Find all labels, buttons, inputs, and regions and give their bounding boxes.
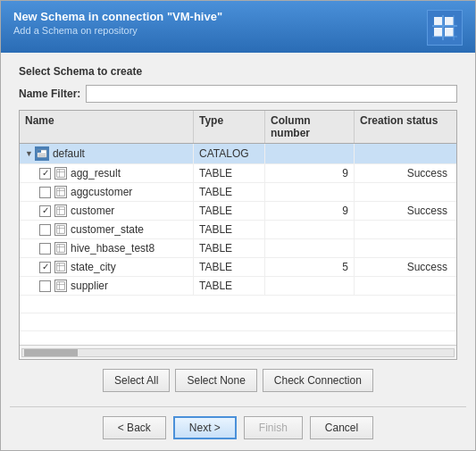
cancel-button[interactable]: Cancel <box>310 416 373 439</box>
name-filter-row: Name Filter: <box>19 85 457 103</box>
check-connection-button[interactable]: Check Connection <box>263 369 373 392</box>
table-row[interactable]: state_city TABLE 5 Success <box>20 258 456 277</box>
svg-rect-18 <box>57 207 65 215</box>
dialog-subtitle: Add a Schema on repository <box>13 25 222 36</box>
svg-rect-10 <box>38 154 46 155</box>
row-status-cell <box>355 183 453 201</box>
action-buttons: Select All Select None Check Connection <box>19 360 457 397</box>
table-icon <box>54 261 67 273</box>
row-name-cell: aggcustomer <box>20 183 194 201</box>
name-filter-input[interactable] <box>86 85 457 103</box>
catalog-icon <box>35 146 49 161</box>
header-text: New Schema in connection "VM-hive" Add a… <box>13 10 222 36</box>
row-checkbox[interactable] <box>39 243 51 255</box>
row-status-cell <box>355 144 453 163</box>
table-row[interactable]: customer_state TABLE <box>20 221 456 239</box>
row-name-cell: state_city <box>20 258 194 276</box>
col-type: Type <box>194 111 265 143</box>
table-row[interactable]: ▼ default CATALOG <box>20 144 456 164</box>
row-status-cell <box>355 239 453 257</box>
row-type-cell: TABLE <box>194 258 265 276</box>
row-checkbox[interactable] <box>39 187 51 198</box>
svg-rect-0 <box>434 17 443 26</box>
svg-rect-11 <box>38 155 46 156</box>
col-creation-status: Creation status <box>355 111 453 143</box>
row-name: agg_result <box>71 167 121 180</box>
row-name: state_city <box>71 261 116 273</box>
table-icon <box>54 167 67 180</box>
row-type-cell: TABLE <box>194 221 265 238</box>
table-header: Name Type Column number Creation status <box>20 111 456 144</box>
row-name: customer <box>71 205 114 217</box>
svg-rect-15 <box>57 188 65 196</box>
select-all-button[interactable]: Select All <box>103 369 170 392</box>
row-type-cell: TABLE <box>194 164 265 182</box>
svg-rect-3 <box>445 28 454 37</box>
dialog-content: Select Schema to create Name Filter: Nam… <box>1 53 475 406</box>
row-type-cell: TABLE <box>194 277 265 295</box>
col-name: Name <box>20 111 194 143</box>
schema-table: Name Type Column number Creation status … <box>19 110 457 360</box>
row-col-num-cell <box>265 239 355 257</box>
row-name: default <box>53 147 85 160</box>
table-icon <box>54 242 67 255</box>
table-icon <box>54 280 67 292</box>
row-col-num-cell <box>265 183 355 201</box>
row-name: hive_hbase_test8 <box>71 242 154 255</box>
svg-rect-21 <box>57 226 65 234</box>
scrollbar-thumb[interactable] <box>24 349 78 356</box>
table-row[interactable]: supplier TABLE <box>20 277 456 296</box>
back-button[interactable]: < Back <box>103 416 166 439</box>
dialog-title: New Schema in connection "VM-hive" <box>13 10 222 23</box>
row-checkbox[interactable] <box>39 262 51 273</box>
row-name-cell: supplier <box>20 277 194 295</box>
table-row[interactable]: hive_hbase_test8 TABLE <box>20 239 456 258</box>
row-checkbox[interactable] <box>39 280 51 292</box>
new-schema-dialog: New Schema in connection "VM-hive" Add a… <box>0 0 476 451</box>
svg-rect-30 <box>57 282 65 290</box>
table-row[interactable]: aggcustomer TABLE <box>20 183 456 202</box>
row-name-cell: customer_state <box>20 221 194 238</box>
name-filter-label: Name Filter: <box>19 88 80 100</box>
finish-button[interactable]: Finish <box>244 416 303 439</box>
row-col-num-cell <box>265 221 355 238</box>
row-col-num-cell: 9 <box>265 164 355 182</box>
table-icon <box>54 186 67 198</box>
row-col-num-cell <box>265 277 355 295</box>
row-col-num-cell: 5 <box>265 258 355 276</box>
horizontal-scrollbar[interactable] <box>20 345 456 359</box>
row-name-cell: agg_result <box>20 164 194 182</box>
row-name-cell: customer <box>20 202 194 220</box>
row-status-cell <box>355 277 453 295</box>
svg-rect-12 <box>57 170 65 178</box>
row-type-cell: CATALOG <box>194 144 265 163</box>
database-grid-icon <box>432 15 457 40</box>
scrollbar-track[interactable] <box>21 348 455 357</box>
next-button[interactable]: Next > <box>173 416 237 439</box>
row-type-cell: TABLE <box>194 202 265 220</box>
svg-rect-27 <box>57 263 65 271</box>
row-type-cell: TABLE <box>194 183 265 201</box>
row-name: aggcustomer <box>71 186 132 198</box>
row-status-cell: Success <box>355 258 453 276</box>
dialog-footer: < Back Next > Finish Cancel <box>1 407 475 450</box>
table-icon <box>54 205 67 217</box>
row-checkbox[interactable] <box>39 205 51 217</box>
row-col-num-cell <box>265 144 355 163</box>
svg-rect-24 <box>57 245 65 253</box>
svg-rect-2 <box>434 28 443 37</box>
table-row[interactable]: agg_result TABLE 9 Success <box>20 164 456 183</box>
select-none-button[interactable]: Select None <box>175 369 256 392</box>
table-row[interactable]: customer TABLE 9 Success <box>20 202 456 221</box>
row-name: supplier <box>71 280 108 292</box>
expand-arrow: ▼ <box>25 149 33 158</box>
table-body: ▼ default CATALOG <box>20 144 456 345</box>
row-type-cell: TABLE <box>194 239 265 257</box>
dialog-header: New Schema in connection "VM-hive" Add a… <box>1 1 475 53</box>
row-status-cell: Success <box>355 202 453 220</box>
row-checkbox[interactable] <box>39 168 51 180</box>
row-checkbox[interactable] <box>39 224 51 236</box>
row-status-cell: Success <box>355 164 453 182</box>
row-status-cell <box>355 221 453 238</box>
svg-rect-1 <box>445 17 454 26</box>
